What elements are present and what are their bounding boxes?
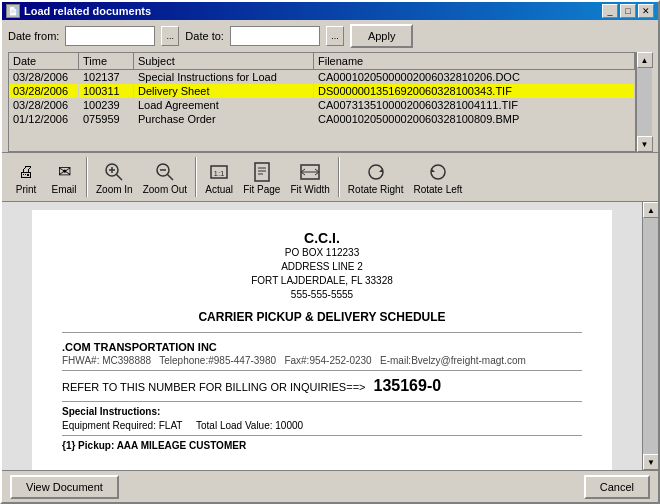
phone: 555-555-5555 — [62, 288, 582, 302]
date-from-browse-button[interactable]: ... — [161, 26, 179, 46]
zoom-in-icon — [102, 160, 126, 184]
rotate-right-label: Rotate Right — [348, 184, 404, 195]
telephone: Telephone:#985-447-3980 — [159, 355, 276, 366]
scroll-down-button[interactable]: ▼ — [637, 136, 653, 152]
zoom-in-button[interactable]: Zoom In — [92, 158, 137, 197]
rotate-left-icon — [426, 160, 450, 184]
rotate-right-button[interactable]: Rotate Right — [344, 158, 408, 197]
fhwa: FHWA#: MC398888 — [62, 355, 151, 366]
zoom-out-label: Zoom Out — [143, 184, 187, 195]
window-title: Load related documents — [24, 5, 151, 17]
cell-date: 03/28/2006 — [9, 98, 79, 112]
date-to-input[interactable] — [230, 26, 320, 46]
cell-time: 100239 — [79, 98, 134, 112]
preview-scroll[interactable]: C.C.I. PO BOX 112233 ADDRESS LINE 2 FORT… — [2, 202, 642, 470]
svg-marker-19 — [379, 168, 383, 172]
pickup-label: {1} Pickup: AAA MILEAGE CUSTOMER — [62, 440, 582, 451]
fit-width-label: Fit Width — [290, 184, 329, 195]
col-time: Time — [79, 53, 134, 69]
doc-header: C.C.I. PO BOX 112233 ADDRESS LINE 2 FORT… — [62, 230, 582, 302]
close-button[interactable]: ✕ — [638, 4, 654, 18]
date-from-label: Date from: — [8, 30, 59, 42]
print-button[interactable]: 🖨 Print — [8, 158, 44, 197]
table-header: Date Time Subject Filename — [9, 53, 635, 70]
preview-scroll-down[interactable]: ▼ — [643, 454, 658, 470]
table-row[interactable]: 03/28/2006 102137 Special Instructions f… — [9, 70, 635, 84]
address2: ADDRESS LINE 2 — [62, 260, 582, 274]
apply-button[interactable]: Apply — [350, 24, 414, 48]
view-document-button[interactable]: View Document — [10, 475, 119, 499]
email-button[interactable]: ✉ Email — [46, 158, 82, 197]
cell-filename: DS00000013516920060328100343.TIF — [314, 84, 635, 98]
window-icon: 📄 — [6, 4, 20, 18]
table-row[interactable]: 01/12/2006 075959 Purchase Order CA00010… — [9, 112, 635, 126]
table-scrollbar[interactable]: ▲ ▼ — [636, 52, 652, 152]
maximize-button[interactable]: □ — [620, 4, 636, 18]
cancel-button[interactable]: Cancel — [584, 475, 650, 499]
main-window: 📄 Load related documents _ □ ✕ Date from… — [0, 0, 660, 504]
col-date: Date — [9, 53, 79, 69]
scroll-track[interactable] — [637, 68, 652, 136]
cell-time: 100311 — [79, 84, 134, 98]
date-from-input[interactable] — [65, 26, 155, 46]
zoom-out-icon — [153, 160, 177, 184]
doc-title: CARRIER PICKUP & DELIVERY SCHEDULE — [62, 310, 582, 324]
date-to-label: Date to: — [185, 30, 224, 42]
fit-width-icon — [298, 160, 322, 184]
ref-number: 135169-0 — [373, 377, 441, 395]
special-instructions-label: Special Instructions: — [62, 406, 582, 417]
separator — [338, 157, 340, 197]
carrier-name: .COM TRANSPORTATION INC — [62, 341, 582, 353]
rotate-left-label: Rotate Left — [413, 184, 462, 195]
fax: Fax#:954-252-0230 — [284, 355, 371, 366]
zoom-out-button[interactable]: Zoom Out — [139, 158, 191, 197]
col-filename: Filename — [314, 53, 635, 69]
email-label: Email — [51, 184, 76, 195]
separator — [195, 157, 197, 197]
svg-marker-20 — [431, 168, 435, 172]
preview-area: C.C.I. PO BOX 112233 ADDRESS LINE 2 FORT… — [2, 202, 658, 470]
cell-subject: Purchase Order — [134, 112, 314, 126]
table-row[interactable]: 03/28/2006 100239 Load Agreement CA00731… — [9, 98, 635, 112]
preview-scroll-track[interactable] — [643, 218, 658, 454]
cell-time: 102137 — [79, 70, 134, 84]
scroll-up-button[interactable]: ▲ — [637, 52, 653, 68]
cell-filename: CA00010205000020060328100809.BMP — [314, 112, 635, 126]
fit-page-icon — [250, 160, 274, 184]
minimize-button[interactable]: _ — [602, 4, 618, 18]
documents-table-container: Date Time Subject Filename 03/28/2006 10… — [8, 52, 652, 152]
carrier-details: FHWA#: MC398888 Telephone:#985-447-3980 … — [62, 355, 582, 366]
email-icon: ✉ — [52, 160, 76, 184]
svg-line-1 — [117, 174, 123, 180]
fit-page-label: Fit Page — [243, 184, 280, 195]
preview-scroll-up[interactable]: ▲ — [643, 202, 658, 218]
equipment-label: Equipment Required: — [62, 420, 156, 431]
ref-label: REFER TO THIS NUMBER FOR BILLING OR INQU… — [62, 381, 365, 393]
zoom-in-label: Zoom In — [96, 184, 133, 195]
window-controls: _ □ ✕ — [602, 4, 654, 18]
fit-page-button[interactable]: Fit Page — [239, 158, 284, 197]
cell-filename: CA00010205000002006032810206.DOC — [314, 70, 635, 84]
ref-section: REFER TO THIS NUMBER FOR BILLING OR INQU… — [62, 377, 582, 395]
fit-width-button[interactable]: Fit Width — [286, 158, 333, 197]
table-body: 03/28/2006 102137 Special Instructions f… — [9, 70, 635, 151]
cell-date: 03/28/2006 — [9, 84, 79, 98]
cell-date: 03/28/2006 — [9, 70, 79, 84]
load-value: Total Load Value: 10000 — [196, 420, 303, 431]
actual-size-button[interactable]: 1:1 Actual — [201, 158, 237, 197]
cell-filename: CA007313510000200603281004111.TIF — [314, 98, 635, 112]
icon-toolbar: 🖨 Print ✉ Email Zoom In — [2, 152, 658, 202]
equipment-value: FLAT — [159, 420, 183, 431]
rotate-right-icon — [364, 160, 388, 184]
table-row[interactable]: 03/28/2006 100311 Delivery Sheet DS00000… — [9, 84, 635, 98]
rotate-left-button[interactable]: Rotate Left — [409, 158, 466, 197]
cell-date: 01/12/2006 — [9, 112, 79, 126]
equipment-info: Equipment Required: FLAT Total Load Valu… — [62, 420, 582, 431]
company-name: C.C.I. — [62, 230, 582, 246]
cell-subject: Special Instructions for Load — [134, 70, 314, 84]
date-to-browse-button[interactable]: ... — [326, 26, 344, 46]
filter-toolbar: Date from: ... Date to: ... Apply — [2, 20, 658, 52]
separator — [86, 157, 88, 197]
document-preview: C.C.I. PO BOX 112233 ADDRESS LINE 2 FORT… — [32, 210, 612, 470]
preview-scrollbar[interactable]: ▲ ▼ — [642, 202, 658, 470]
